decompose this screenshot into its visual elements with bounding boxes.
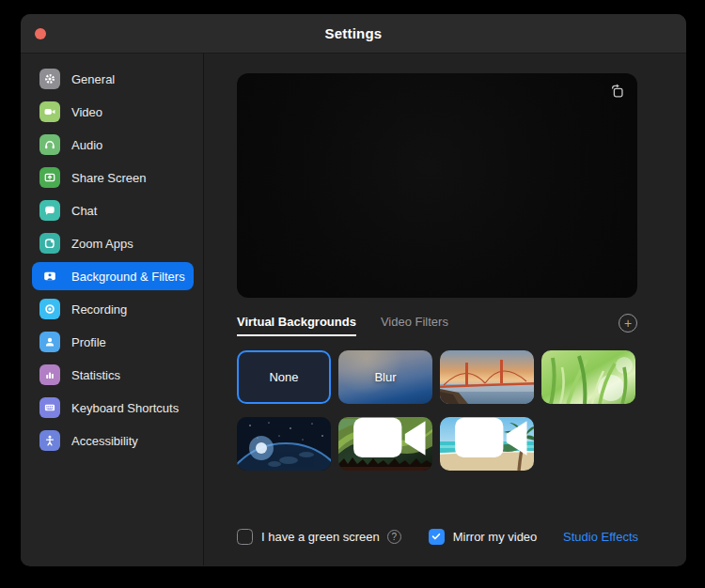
panel-footer: I have a green screen ? Mirror my video … [237, 527, 638, 546]
bar-chart-icon [39, 364, 60, 385]
background-option-beach-palm-tree[interactable] [440, 417, 534, 471]
background-option-golden-gate-bridge[interactable] [440, 350, 534, 404]
add-background-button[interactable]: + [619, 314, 637, 333]
mirror-video-option: Mirror my video [429, 529, 538, 545]
background-filters-panel: Virtual Backgrounds Video Filters + None… [204, 54, 686, 565]
mirror-video-label: Mirror my video [453, 530, 538, 544]
background-option-blur[interactable]: Blur [338, 350, 432, 404]
sidebar-item-label: Audio [71, 138, 102, 152]
sidebar-item-keyboard-shortcuts[interactable]: Keyboard Shortcuts [32, 394, 194, 422]
sidebar-item-label: Recording [71, 302, 127, 317]
sidebar-item-label: Profile [71, 335, 106, 349]
green-screen-option: I have a green screen ? [237, 529, 401, 545]
share-screen-icon [39, 167, 60, 188]
settings-window: Settings General Video Audio [21, 14, 686, 566]
background-label: None [269, 370, 298, 384]
close-window-button[interactable] [35, 28, 46, 39]
background-tabs: Virtual Backgrounds Video Filters + [237, 310, 637, 336]
sidebar-item-audio[interactable]: Audio [32, 131, 194, 159]
video-preview [237, 73, 637, 298]
video-camera-icon [39, 101, 60, 122]
gear-icon [39, 69, 60, 89]
background-option-earth-from-space[interactable] [237, 417, 331, 471]
sidebar-item-label: Background & Filters [71, 270, 185, 284]
sidebar-item-label: Statistics [71, 368, 120, 382]
sidebar-item-label: General [71, 72, 115, 86]
background-thumbnails: None Blur [237, 350, 637, 471]
zoom-apps-icon [39, 233, 60, 254]
background-label: Blur [374, 370, 396, 384]
tab-video-filters[interactable]: Video Filters [381, 315, 448, 336]
golden-gate-bridge-image [440, 350, 534, 404]
rotate-icon [609, 83, 626, 100]
sidebar-item-profile[interactable]: Profile [32, 328, 194, 356]
sidebar-item-label: Video [71, 105, 102, 119]
accessibility-icon [39, 430, 60, 451]
background-option-grass[interactable] [541, 350, 635, 404]
video-background-badge-icon [344, 417, 432, 465]
video-background-badge-icon [446, 417, 534, 465]
sidebar-item-label: Chat [71, 204, 97, 218]
background-option-none[interactable]: None [237, 350, 331, 404]
background-filters-icon [39, 266, 60, 286]
sidebar-item-label: Keyboard Shortcuts [71, 401, 179, 415]
window-title: Settings [325, 25, 383, 41]
check-icon [431, 531, 442, 542]
help-icon[interactable]: ? [387, 530, 401, 544]
green-screen-label: I have a green screen [261, 530, 380, 544]
sidebar-item-accessibility[interactable]: Accessibility [32, 426, 194, 455]
sidebar-item-recording[interactable]: Recording [32, 295, 194, 323]
headphones-icon [39, 134, 60, 155]
settings-sidebar: General Video Audio Share Screen [21, 54, 204, 565]
content-area: General Video Audio Share Screen [21, 54, 686, 565]
mirror-video-checkbox[interactable] [429, 529, 445, 545]
sidebar-item-general[interactable]: General [32, 65, 194, 93]
sidebar-item-label: Share Screen [71, 171, 147, 185]
sidebar-item-chat[interactable]: Chat [32, 196, 194, 224]
chat-bubble-icon [39, 200, 60, 221]
background-option-northern-lights[interactable] [338, 417, 432, 471]
sidebar-item-label: Accessibility [71, 434, 138, 448]
sidebar-item-zoom-apps[interactable]: Zoom Apps [32, 229, 194, 257]
tab-virtual-backgrounds[interactable]: Virtual Backgrounds [237, 315, 356, 336]
sidebar-item-video[interactable]: Video [32, 98, 194, 126]
sidebar-item-background-filters[interactable]: Background & Filters [32, 262, 194, 290]
green-screen-checkbox[interactable] [237, 529, 253, 545]
sidebar-item-share-screen[interactable]: Share Screen [32, 163, 194, 192]
grass-image [541, 350, 635, 404]
record-icon [39, 299, 60, 319]
studio-effects-link[interactable]: Studio Effects [563, 530, 638, 544]
sidebar-item-statistics[interactable]: Statistics [32, 361, 194, 389]
title-bar: Settings [21, 14, 686, 54]
earth-from-space-image [237, 417, 331, 471]
keyboard-icon [39, 397, 60, 418]
sidebar-item-label: Zoom Apps [71, 237, 133, 251]
rotate-preview-button[interactable] [608, 82, 627, 101]
person-icon [39, 332, 60, 352]
